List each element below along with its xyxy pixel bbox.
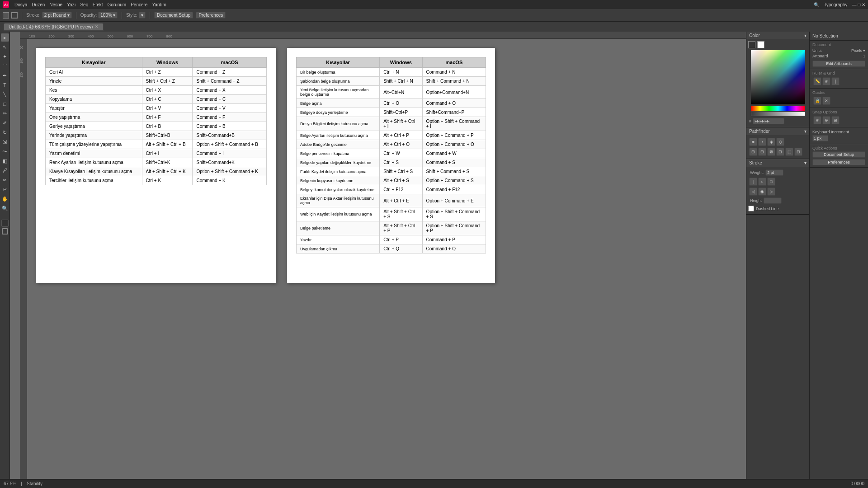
pathfinder-header[interactable]: Pathfinder ▾ <box>746 127 809 135</box>
macos-shortcut: Command + Z <box>193 68 267 77</box>
menu-edit[interactable]: Düzen <box>32 2 45 7</box>
pencil-tool[interactable]: ✐ <box>1 119 9 127</box>
dashed-line-checkbox[interactable] <box>748 206 754 211</box>
line-tool[interactable]: ╲ <box>1 90 9 99</box>
fill-swatch[interactable] <box>3 12 9 19</box>
gradient-tool[interactable]: ◧ <box>1 157 9 165</box>
shortcut-name: Uygulamadan çıkma <box>297 244 380 253</box>
document-tab[interactable]: Untitled-1 @ 66.67% (RGB/GPU Preview) ✕ <box>4 23 104 31</box>
ruler-grid-section: Ruler & Grid 📏 # | <box>810 69 868 89</box>
hand-tool[interactable]: ✋ <box>1 195 9 203</box>
paintbrush-tool[interactable]: ✏ <box>1 109 9 117</box>
type-tool[interactable]: T <box>1 81 9 89</box>
color-picker[interactable] <box>751 50 805 104</box>
minus-back-btn[interactable]: ⊟ <box>794 148 802 156</box>
unite-btn[interactable]: ◙ <box>749 138 757 146</box>
stroke-weight-dropdown[interactable]: 2 pt Round▾ <box>42 12 72 19</box>
stroke-weight-input[interactable] <box>765 169 783 176</box>
rotate-tool[interactable]: ↻ <box>1 128 9 136</box>
projecting-cap-btn[interactable]: □ <box>767 178 775 186</box>
menu-window[interactable]: Pencere <box>131 2 147 7</box>
preferences-btn[interactable]: Preferences <box>196 12 226 19</box>
snap-point-btn[interactable]: ⊕ <box>822 116 830 124</box>
alpha-slider[interactable] <box>751 112 805 116</box>
keyboard-increment-row: Keyboard Increment <box>812 129 865 135</box>
direct-selection-tool[interactable]: ↖ <box>1 43 9 51</box>
menu-help[interactable]: Yardım <box>152 2 166 7</box>
butt-cap-btn[interactable]: | <box>749 178 757 186</box>
lasso-tool[interactable]: ⌒ <box>1 62 9 70</box>
macos-shortcut: Command + I <box>193 149 267 158</box>
bevel-join-btn[interactable]: ▷ <box>767 188 775 196</box>
menu-select[interactable]: Seç <box>80 2 88 7</box>
guides-icon[interactable]: | <box>831 77 840 85</box>
snap-pixel-btn[interactable]: ⊞ <box>831 116 840 124</box>
table-row: Belge açmaCtrl + OCommand + O <box>297 99 486 108</box>
style-dropdown[interactable]: ▾ <box>139 12 146 19</box>
keyboard-increment-input[interactable] <box>812 135 828 141</box>
crop-btn[interactable]: ⊡ <box>776 148 784 156</box>
scissors-tool[interactable]: ✂ <box>1 185 9 193</box>
search-icon[interactable]: 🔍 <box>814 2 819 7</box>
shortcut-name: Belge Ayarları iletişim kutusunu açma <box>297 131 380 140</box>
menu-object[interactable]: Nesne <box>49 2 62 7</box>
pen-tool[interactable]: ✒ <box>1 71 9 80</box>
macos-shortcut: Command + V <box>193 104 267 113</box>
height-input[interactable] <box>764 197 782 204</box>
warp-tool[interactable]: 〜 <box>1 147 9 155</box>
snap-grid-btn[interactable]: # <box>813 116 821 124</box>
color-panel-toggle[interactable]: ▾ <box>804 33 807 38</box>
keyboard-value-row <box>812 135 865 142</box>
hex-color-input[interactable] <box>753 118 784 124</box>
exclude-btn[interactable]: ◇ <box>776 138 784 146</box>
round-cap-btn[interactable]: ○ <box>758 178 766 186</box>
eyedropper-tool[interactable]: 🖋 <box>1 166 9 174</box>
rectangle-tool[interactable]: □ <box>1 100 9 108</box>
quick-preferences-btn[interactable]: Preferences <box>812 159 865 165</box>
tab-close-btn[interactable]: ✕ <box>95 24 99 29</box>
stroke-header[interactable]: Stroke ▾ <box>746 159 809 167</box>
color-panel-header[interactable]: Color ▾ <box>746 32 809 39</box>
top-bar-right: 🔍 Typography — □ ✕ <box>814 2 865 7</box>
main-layout: ▸ ↖ ✦ ⌒ ✒ T ╲ □ ✏ ✐ ↻ ⇲ 〜 ◧ 🖋 ∞ ✂ ✋ 🔍 10… <box>0 32 868 488</box>
divide-btn[interactable]: ⊞ <box>749 148 757 156</box>
keyboard-section: Keyboard Increment <box>810 127 868 144</box>
stroke-toggle[interactable]: ▾ <box>804 160 807 165</box>
hue-slider[interactable] <box>751 106 805 111</box>
quick-doc-setup-btn[interactable]: Document Setup <box>812 151 865 158</box>
lock-guides-btn[interactable]: 🔒 <box>813 97 821 105</box>
menu-view[interactable]: Görünüm <box>107 2 126 7</box>
pathfinder-ops: ⊞ ⊟ ⊠ ⊡ ⬚ ⊟ <box>748 147 807 157</box>
background-color[interactable] <box>757 41 764 48</box>
blend-tool[interactable]: ∞ <box>1 176 9 184</box>
ruler-icon[interactable]: 📏 <box>813 77 821 85</box>
merge-btn[interactable]: ⊠ <box>767 148 775 156</box>
menu-file[interactable]: Dosya <box>14 2 27 7</box>
foreground-color[interactable] <box>748 41 755 48</box>
stroke-btn[interactable] <box>2 228 8 235</box>
selection-tool[interactable]: ▸ <box>1 33 9 42</box>
fill-btn[interactable] <box>1 220 9 227</box>
minus-front-btn[interactable]: ▪ <box>758 138 766 146</box>
height-label: Height <box>750 198 762 203</box>
edit-artboards-btn[interactable]: Edit Artboards <box>812 61 865 67</box>
zoom-tool[interactable]: 🔍 <box>1 204 9 212</box>
scale-tool[interactable]: ⇲ <box>1 138 9 146</box>
outline-btn[interactable]: ⬚ <box>785 148 793 156</box>
intersect-btn[interactable]: ◈ <box>767 138 775 146</box>
pathfinder-toggle[interactable]: ▾ <box>804 129 807 134</box>
clear-guides-btn[interactable]: ✕ <box>822 97 830 105</box>
document-setup-btn[interactable]: Document Setup <box>154 12 193 19</box>
menu-type[interactable]: Yazı <box>67 2 75 7</box>
shortcut-name: Yazım denetimi <box>46 149 142 158</box>
stroke-swatch[interactable] <box>11 12 18 19</box>
windows-shortcut: Ctrl + S <box>380 158 422 167</box>
magic-wand-tool[interactable]: ✦ <box>1 52 9 61</box>
trim-btn[interactable]: ⊟ <box>758 148 766 156</box>
miter-join-btn[interactable]: ◁ <box>749 188 757 196</box>
grid-icon[interactable]: # <box>822 77 830 85</box>
round-join-btn[interactable]: ◉ <box>758 188 766 196</box>
menu-effect[interactable]: Efekt <box>93 2 103 7</box>
macos-shortcut: Option + Shift + Command + K <box>193 167 267 176</box>
opacity-dropdown[interactable]: 100%▾ <box>98 12 118 19</box>
